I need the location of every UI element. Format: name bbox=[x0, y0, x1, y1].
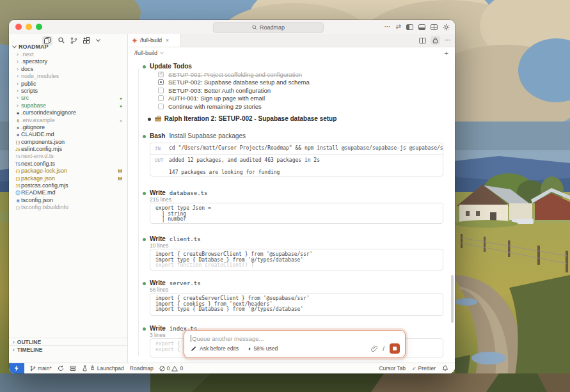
maximize-traffic-light[interactable] bbox=[36, 24, 42, 30]
git-dot-badge: ● bbox=[120, 102, 122, 109]
swap-arrows-icon[interactable]: ⇄ bbox=[396, 24, 401, 30]
problems-status[interactable]: 0 0 bbox=[159, 365, 183, 372]
tree-root[interactable]: ROADMAP bbox=[12, 43, 49, 50]
tree-item-CLAUDE.md[interactable]: ◆CLAUDE.md bbox=[9, 131, 127, 138]
code-snippet: import { createBrowserClient } from '@su… bbox=[155, 252, 438, 263]
tree-item-supabase[interactable]: ›supabase● bbox=[9, 102, 127, 109]
more-icon[interactable]: ⋯ bbox=[384, 24, 391, 30]
panel-bottom-icon[interactable] bbox=[418, 24, 425, 30]
code-snippet: import { createServerClient } from '@sup… bbox=[155, 296, 438, 313]
tree-item-scripts[interactable]: ›scripts bbox=[9, 88, 127, 95]
mode-selector[interactable]: Ask before edits bbox=[200, 345, 239, 352]
tree-item-.specstory[interactable]: ›.specstory bbox=[9, 58, 127, 65]
lock-icon[interactable] bbox=[431, 36, 440, 45]
tree-item-label: components.json bbox=[21, 139, 65, 145]
tree-item-public[interactable]: ›public bbox=[9, 81, 127, 88]
pencil-icon bbox=[191, 346, 196, 352]
tree-item-label: .env.example bbox=[21, 117, 55, 123]
tree-item-label: .next bbox=[21, 51, 34, 58]
tree-item-.env.example[interactable]: $.env.example● bbox=[9, 117, 127, 124]
slash-command-icon[interactable]: / bbox=[383, 345, 384, 352]
tree-item-next.config.ts[interactable]: TSnext.config.ts bbox=[9, 161, 127, 168]
tree-item-label: eslint.config.mjs bbox=[21, 146, 62, 152]
tree-item-label: package-lock.json bbox=[21, 168, 67, 174]
lines-count: 56 lines bbox=[150, 286, 168, 293]
breadcrumb-label[interactable]: /full-build bbox=[134, 50, 157, 56]
split-editor-icon[interactable] bbox=[419, 38, 426, 43]
scrollbar-thumb[interactable] bbox=[451, 275, 454, 323]
tree-root-label: ROADMAP bbox=[19, 43, 49, 50]
tree-item-tsconfig.tsbuildinfo[interactable]: {}tsconfig.tsbuildinfo bbox=[9, 204, 127, 211]
chevron-right-icon: › bbox=[17, 102, 21, 109]
tab-more-icon[interactable]: ⋯ bbox=[445, 37, 451, 43]
tree-item-postcss.config.mjs[interactable]: JSpostcss.config.mjs bbox=[9, 182, 127, 189]
new-chat-plus-icon[interactable]: + bbox=[445, 49, 448, 57]
write-header-server: Writeserver.ts bbox=[150, 279, 201, 286]
tree-item-package-lock.json[interactable]: {}package-lock.jsonM bbox=[9, 168, 127, 175]
todo-item: SETUP-001: Project scaffolding and confi… bbox=[158, 70, 302, 79]
todo-item: AUTH-001: Sign up page with email bbox=[158, 95, 265, 103]
code-snippet-faded: export function createClient() { bbox=[155, 263, 438, 269]
git-branch-status[interactable]: main* bbox=[30, 365, 52, 372]
remote-indicator[interactable] bbox=[9, 363, 24, 373]
search-icon bbox=[252, 25, 257, 30]
tree-item-.gitignore[interactable]: ◆.gitignore bbox=[9, 124, 127, 131]
tab-full-build[interactable]: /full-build × bbox=[128, 34, 181, 47]
project-status[interactable]: Roadmap bbox=[130, 365, 154, 372]
chevron-right-icon: › bbox=[17, 51, 21, 58]
code-card-client: import { createBrowserClient } from '@su… bbox=[150, 249, 443, 270]
queue-input[interactable]: Queue another message... bbox=[191, 335, 399, 342]
bell-icon[interactable] bbox=[442, 365, 448, 372]
write-header-client: Writeclient.ts bbox=[150, 235, 201, 242]
sync-icon bbox=[58, 365, 64, 372]
in-label: IN bbox=[150, 146, 169, 152]
git-branch-icon[interactable] bbox=[70, 37, 77, 44]
status-dot bbox=[143, 192, 146, 195]
chevron-down-icon[interactable] bbox=[96, 39, 100, 42]
search-sidebar-icon[interactable] bbox=[58, 37, 65, 43]
sync-status[interactable] bbox=[58, 365, 64, 372]
tree-item-.cursorindexingignore[interactable]: ◆.cursorindexingignore bbox=[9, 109, 127, 116]
paperclip-icon[interactable] bbox=[371, 345, 377, 352]
tree-item-next-env.d.ts[interactable]: TSnext-env.d.ts bbox=[9, 153, 127, 160]
desktop: Roadmap ⋯ ⇄ bbox=[0, 0, 570, 392]
tree-item-tsconfig.json[interactable]: ▣tsconfig.json bbox=[9, 197, 127, 204]
extensions-icon[interactable] bbox=[83, 37, 90, 44]
chevron-right-icon: › bbox=[13, 339, 15, 345]
layers-status[interactable] bbox=[70, 365, 76, 372]
usage-meter[interactable]: ◐ 58% used bbox=[248, 345, 278, 352]
chat-content: Update Todos SETUP-001: Project scaffold… bbox=[128, 59, 455, 363]
todo-text: Continue with remaining 29 stories bbox=[168, 103, 262, 110]
tree-item-label: .gitignore bbox=[21, 124, 45, 130]
panel-left-icon[interactable] bbox=[406, 24, 413, 30]
chevron-right-icon: › bbox=[17, 73, 21, 80]
cursor-tab-toggle[interactable]: Cursor Tab bbox=[379, 365, 405, 372]
stop-button[interactable] bbox=[390, 343, 400, 354]
formatter-status[interactable]: ✓ Prettier bbox=[412, 365, 436, 372]
tree-item-node_modules[interactable]: ›node_modules bbox=[9, 73, 127, 80]
layout-grid-icon[interactable] bbox=[431, 24, 438, 30]
minimize-traffic-light[interactable] bbox=[26, 24, 32, 30]
tab-close-icon[interactable]: × bbox=[166, 37, 169, 43]
gear-icon[interactable] bbox=[443, 24, 450, 31]
tree-item-.next[interactable]: ›.next bbox=[9, 51, 127, 58]
chevron-right-icon: › bbox=[17, 81, 21, 88]
close-traffic-light[interactable] bbox=[15, 24, 22, 30]
tree-item-package.json[interactable]: {}package.jsonM bbox=[9, 175, 127, 182]
tree-item-eslint.config.mjs[interactable]: JSeslint.config.mjs bbox=[9, 146, 127, 153]
timeline-panel-header[interactable]: › TIMELINE bbox=[9, 345, 127, 354]
checkbox-empty-icon bbox=[158, 88, 164, 93]
tree-item-label: public bbox=[21, 81, 36, 87]
launchpad-item[interactable]: Launchpad bbox=[82, 365, 124, 372]
tree-item-docs[interactable]: ›docs bbox=[9, 66, 127, 73]
thread-line bbox=[138, 68, 139, 356]
tree-item-label: src bbox=[21, 95, 29, 101]
bash-output-card: IN cd "/Users/matt/Cursor Projects/Roadm… bbox=[150, 143, 443, 176]
checkbox-checked-icon bbox=[158, 72, 164, 77]
error-count: 0 bbox=[167, 365, 170, 372]
command-center-search[interactable]: Roadmap bbox=[213, 22, 324, 33]
tree-item-src[interactable]: ›src● bbox=[9, 95, 127, 102]
tree-item-README.md[interactable]: ⓘREADME.md bbox=[9, 189, 127, 196]
todo-text: SETUP-003: Better Auth configuration bbox=[168, 87, 271, 94]
tree-item-components.json[interactable]: {}components.json bbox=[9, 139, 127, 146]
